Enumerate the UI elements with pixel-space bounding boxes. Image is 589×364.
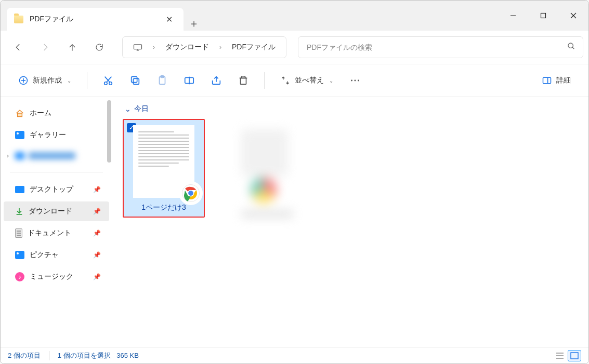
body: ホーム ギャラリー › デスクトップ 📌 ダウンロード 📌 ドキュメント xyxy=(1,97,588,347)
refresh-button[interactable] xyxy=(87,36,112,58)
new-button[interactable]: 新規作成 ⌄ xyxy=(12,71,77,90)
view-thumbnails-button[interactable] xyxy=(568,350,581,361)
chevron-right-icon[interactable]: › xyxy=(217,44,224,51)
breadcrumb-item-0[interactable]: ダウンロード xyxy=(160,39,214,55)
svg-point-13 xyxy=(104,82,108,85)
sidebar-label: ダウンロード xyxy=(29,207,72,216)
sidebar-label: デスクトップ xyxy=(30,185,73,194)
separator xyxy=(10,172,103,172)
group-header-today[interactable]: ⌄ 今日 xyxy=(125,104,578,114)
pin-icon[interactable]: 📌 xyxy=(93,251,101,259)
title-bar: PDFファイル ✕ ＋ xyxy=(1,1,588,31)
sidebar-item-cloud[interactable]: › xyxy=(4,147,109,165)
pin-icon[interactable]: 📌 xyxy=(93,208,101,215)
sidebar-label: ギャラリー xyxy=(30,130,66,140)
breadcrumb-root[interactable] xyxy=(128,41,148,54)
search-icon[interactable] xyxy=(567,42,575,52)
close-tab-icon[interactable]: ✕ xyxy=(162,12,176,26)
maximize-button[interactable] xyxy=(528,1,558,31)
search-input[interactable] xyxy=(306,43,567,52)
document-icon xyxy=(15,228,22,238)
sort-button[interactable]: 並べ替え ⌄ xyxy=(274,71,339,90)
delete-button[interactable] xyxy=(232,70,255,91)
new-tab-button[interactable]: ＋ xyxy=(184,17,204,31)
desktop-icon xyxy=(15,186,24,193)
sidebar-item-home[interactable]: ホーム xyxy=(4,103,109,123)
svg-rect-18 xyxy=(132,77,137,83)
details-label: 詳細 xyxy=(556,76,571,85)
search-box[interactable] xyxy=(298,36,583,58)
sidebar-item-desktop[interactable]: デスクトップ 📌 xyxy=(4,180,109,199)
sidebar-item-documents[interactable]: ドキュメント 📌 xyxy=(4,223,109,243)
sort-label: 並べ替え xyxy=(295,76,324,85)
more-button[interactable] xyxy=(344,70,367,91)
share-button[interactable] xyxy=(205,70,228,91)
svg-point-26 xyxy=(355,80,356,82)
close-window-button[interactable] xyxy=(558,1,588,31)
pin-icon[interactable]: 📌 xyxy=(93,186,101,193)
sidebar-item-music[interactable]: ♪ ミュージック 📌 xyxy=(4,267,109,287)
sidebar-item-pictures[interactable]: ピクチャ 📌 xyxy=(4,245,109,265)
back-button[interactable] xyxy=(6,36,31,58)
chevron-down-icon: ⌄ xyxy=(67,78,71,84)
up-button[interactable] xyxy=(60,36,85,58)
copy-button[interactable] xyxy=(124,70,147,91)
command-bar: 新規作成 ⌄ 並べ替え ⌄ 詳細 xyxy=(1,64,588,97)
chevron-down-icon: ⌄ xyxy=(329,78,333,84)
chrome-icon xyxy=(180,182,202,204)
sidebar-label: ミュージック xyxy=(30,272,73,281)
tab-strip: PDFファイル ✕ ＋ xyxy=(1,1,204,31)
chevron-right-icon[interactable]: › xyxy=(7,152,9,159)
file-list[interactable]: ⌄ 今日 ✓ 1ページだけ3 xyxy=(112,97,588,347)
details-pane-button[interactable]: 詳細 xyxy=(535,71,577,90)
separator xyxy=(87,72,87,89)
svg-point-27 xyxy=(358,80,359,82)
folder-icon xyxy=(14,16,23,23)
breadcrumb-item-1[interactable]: PDFファイル xyxy=(227,39,281,55)
svg-rect-5 xyxy=(134,45,142,49)
svg-rect-30 xyxy=(18,113,22,117)
pictures-icon xyxy=(15,251,24,259)
file-thumbnail xyxy=(133,125,194,198)
sidebar-label: ピクチャ xyxy=(30,250,59,260)
forward-button[interactable] xyxy=(33,36,58,58)
svg-rect-40 xyxy=(571,353,578,359)
svg-point-25 xyxy=(351,80,352,82)
new-label: 新規作成 xyxy=(33,76,62,85)
pin-icon[interactable]: 📌 xyxy=(93,273,101,280)
sidebar-item-gallery[interactable]: ギャラリー xyxy=(4,125,109,145)
chevron-down-icon[interactable]: ⌄ xyxy=(125,105,131,113)
breadcrumb[interactable]: › ダウンロード › PDFファイル xyxy=(122,36,286,58)
music-icon: ♪ xyxy=(15,272,24,281)
gallery-icon xyxy=(15,131,24,139)
pin-icon[interactable]: 📌 xyxy=(93,230,101,237)
separator xyxy=(49,351,49,360)
tab-active[interactable]: PDFファイル ✕ xyxy=(7,8,184,31)
group-label: 今日 xyxy=(134,104,149,114)
rename-button[interactable] xyxy=(178,70,201,91)
navigation-pane: ホーム ギャラリー › デスクトップ 📌 ダウンロード 📌 ドキュメント xyxy=(1,97,112,347)
file-item-selected[interactable]: ✓ 1ページだけ3 xyxy=(123,119,205,218)
file-name[interactable]: 1ページだけ3 xyxy=(141,203,186,212)
svg-point-8 xyxy=(568,43,573,48)
separator xyxy=(264,72,265,89)
file-item-blurred[interactable] xyxy=(226,119,308,218)
minimize-button[interactable] xyxy=(498,1,528,31)
svg-rect-1 xyxy=(541,14,546,18)
svg-rect-17 xyxy=(133,78,139,84)
svg-rect-24 xyxy=(241,78,246,84)
view-details-button[interactable] xyxy=(553,350,567,361)
sidebar-label: ホーム xyxy=(30,109,51,118)
status-size: 365 KB xyxy=(116,352,139,359)
status-selection: 1 個の項目を選択 xyxy=(58,351,111,360)
status-bar: 2 個の項目 1 個の項目を選択 365 KB xyxy=(1,347,588,363)
svg-point-14 xyxy=(109,82,112,85)
cut-button[interactable] xyxy=(97,70,120,91)
sidebar-item-downloads[interactable]: ダウンロード 📌 xyxy=(4,201,109,221)
cloud-icon xyxy=(15,152,24,159)
paste-button[interactable] xyxy=(151,70,174,91)
window-controls xyxy=(498,1,588,31)
chevron-right-icon[interactable]: › xyxy=(151,44,157,51)
tab-title: PDFファイル xyxy=(30,15,155,24)
sidebar-label xyxy=(29,152,75,159)
